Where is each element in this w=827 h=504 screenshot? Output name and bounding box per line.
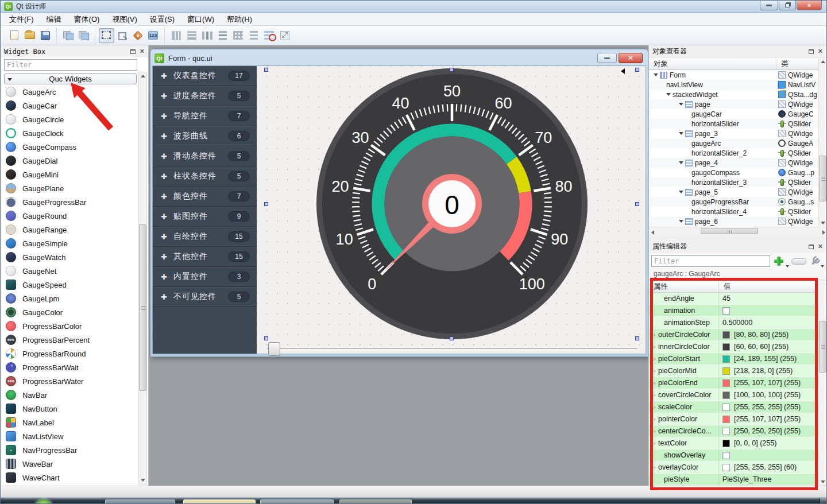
widget-item-NavListView[interactable]: NavListView	[1, 429, 148, 443]
selection-handle[interactable]	[264, 202, 268, 206]
nav-item-波形曲线[interactable]: ✚波形曲线6	[153, 126, 257, 146]
break-layout-button[interactable]	[261, 28, 277, 43]
widget-item-GaugeClock[interactable]: GaugeClock	[1, 126, 148, 140]
scroll-up-icon[interactable]	[139, 72, 146, 80]
nav-item-进度条控件[interactable]: ✚进度条控件5	[153, 86, 257, 106]
widget-item-GaugeSpeed[interactable]: GaugeSpeed	[1, 278, 148, 292]
adjust-size-button[interactable]	[277, 28, 292, 43]
remove-dynamic-property-button[interactable]	[791, 258, 806, 265]
layout-vertical-button[interactable]	[184, 28, 199, 43]
tree-row-navListView[interactable]: navListViewNavListV	[649, 80, 826, 90]
checkbox-unchecked[interactable]	[722, 307, 730, 315]
float-dock-icon[interactable]	[130, 49, 136, 54]
tree-row-horizontalSlider[interactable]: horizontalSliderQSlider	[649, 119, 826, 129]
widget-item-GaugeArc[interactable]: GaugeArc	[1, 85, 148, 99]
widget-item-GaugeDial[interactable]: GaugeDial	[1, 154, 148, 168]
form-minimize-button[interactable]	[597, 53, 617, 63]
property-row-centerCircleCo[interactable]: ▷centerCircleCo...[250, 250, 250] (255)	[649, 425, 826, 437]
nav-item-仪表盘控件[interactable]: ✚仪表盘控件17	[153, 66, 257, 86]
widget-item-NavProgressBar[interactable]: +NavProgressBar	[1, 443, 148, 457]
close-button[interactable]: ×	[797, 1, 822, 10]
inspector-vscrollbar[interactable]	[818, 58, 826, 227]
taskbar-button[interactable]	[105, 499, 175, 504]
scrollbar-thumb[interactable]	[701, 228, 758, 234]
nav-item-内置控件[interactable]: ✚内置控件3	[153, 267, 257, 287]
property-value[interactable]: 0.500000	[722, 319, 752, 327]
scroll-down-icon[interactable]	[139, 476, 146, 484]
slider-groove[interactable]	[267, 348, 637, 350]
menu-item-帮助H[interactable]: 帮助(H)	[221, 13, 258, 26]
taskbar-button[interactable]	[339, 499, 412, 504]
inspector-hscrollbar[interactable]	[649, 227, 826, 235]
nav-item-贴图控件[interactable]: ✚贴图控件9	[153, 207, 257, 227]
form-close-button[interactable]: ✕	[619, 53, 643, 63]
layout-v-splitter-button[interactable]	[215, 28, 230, 43]
widget-list-scrollbar[interactable]	[138, 72, 147, 484]
property-value[interactable]: [255, 107, 107] (255)	[734, 415, 801, 423]
column-value[interactable]: 值	[719, 282, 826, 292]
tree-row-gaugeCompass[interactable]: gaugeCompassGaug...p	[649, 168, 826, 177]
slider-handle[interactable]	[268, 342, 280, 356]
widget-item-GaugeSimple[interactable]: GaugeSimple	[1, 237, 148, 250]
nav-item-其他控件[interactable]: ✚其他控件15	[153, 247, 257, 267]
float-dock-icon[interactable]	[809, 49, 814, 54]
tree-row-horizontalSlider_3[interactable]: horizontalSlider_3QSlider	[649, 177, 826, 187]
widget-item-GaugeRound[interactable]: GaugeRound	[1, 209, 148, 223]
selection-handle[interactable]	[450, 336, 454, 340]
expander-icon[interactable]: ▷	[652, 428, 658, 434]
expander-icon[interactable]: ▷	[652, 416, 658, 422]
menu-item-文件F[interactable]: 文件(F)	[3, 13, 40, 26]
widget-item-GaugePlane[interactable]: GaugePlane	[1, 181, 148, 195]
category-quc-widgets[interactable]: Quc Widgets	[4, 73, 137, 84]
expander-icon[interactable]: ▷	[652, 404, 658, 410]
copy-front-button[interactable]	[76, 28, 91, 43]
widget-item-ProgressBarWait[interactable]: ProgressBarWait	[1, 360, 148, 374]
gauge-widget[interactable]: 01020304050607080901000	[316, 68, 588, 340]
selection-handle[interactable]	[635, 202, 639, 206]
layout-grid-button[interactable]	[230, 28, 246, 43]
property-value[interactable]: [250, 250, 250] (255)	[734, 427, 801, 435]
widget-item-GaugeWatch[interactable]: GaugeWatch	[1, 250, 148, 264]
tree-row-page_4[interactable]: page_4QWidge	[649, 158, 826, 168]
nav-item-不可见控件[interactable]: ✚不可见控件5	[153, 287, 257, 307]
property-value[interactable]: [24, 189, 155] (255)	[734, 355, 797, 363]
tree-row-page[interactable]: pageQWidge	[649, 99, 826, 109]
widget-item-WaveChart[interactable]: WaveChart	[1, 471, 148, 484]
property-value[interactable]: [218, 218, 0] (255)	[734, 367, 793, 375]
widget-item-GaugeLpm[interactable]: GaugeLpm	[1, 292, 148, 305]
widget-item-GaugeCompass[interactable]: GaugeCompass	[1, 140, 148, 154]
open-form-button[interactable]	[22, 28, 37, 43]
widget-item-GaugeRange[interactable]: GaugeRange	[1, 223, 148, 237]
tree-row-horizontalSlider_2[interactable]: horizontalSlider_2QSlider	[649, 148, 826, 158]
show-desktop-button[interactable]	[820, 498, 826, 504]
property-value[interactable]: [80, 80, 80] (255)	[734, 331, 789, 339]
property-row-scaleColor[interactable]: ▷scaleColor[255, 255, 255] (255)	[649, 401, 826, 413]
expander-icon[interactable]	[679, 161, 683, 164]
widget-item-GaugeColor[interactable]: GaugeColor	[1, 305, 148, 319]
property-row-pieColorEnd[interactable]: ▷pieColorEnd[255, 107, 107] (255)	[649, 377, 826, 389]
property-row-textColor[interactable]: ▷textColor[0, 0, 0] (255)	[649, 437, 826, 449]
property-row-pieColorMid[interactable]: ▷pieColorMid[218, 218, 0] (255)	[649, 365, 826, 377]
close-dock-icon[interactable]: ✕	[140, 48, 145, 55]
close-dock-icon[interactable]: ✕	[818, 48, 823, 55]
new-form-button[interactable]	[6, 28, 22, 43]
property-value[interactable]: [255, 255, 255] (60)	[734, 463, 797, 471]
widget-item-ProgressBarRound[interactable]: ProgressBarRound	[1, 347, 148, 360]
minimize-button[interactable]	[760, 1, 778, 10]
scrollbar-thumb[interactable]	[819, 156, 826, 201]
copy-back-button[interactable]	[60, 28, 76, 43]
nav-item-颜色控件[interactable]: ✚颜色控件7	[153, 187, 257, 207]
expander-icon[interactable]	[666, 93, 671, 96]
expander-icon[interactable]: ▷	[652, 356, 658, 362]
column-object[interactable]: 对象	[649, 59, 776, 69]
edit-widgets-button[interactable]	[99, 28, 114, 43]
tree-row-gaugeCar[interactable]: gaugeCarGaugeC	[649, 109, 826, 119]
widget-item-NavButton[interactable]: NavButton	[1, 402, 148, 416]
tree-row-page_3[interactable]: page_3QWidge	[649, 129, 826, 138]
edit-buddies-button[interactable]	[130, 28, 145, 43]
expander-icon[interactable]: ▷	[652, 344, 658, 350]
expander-icon[interactable]	[654, 73, 658, 76]
selection-handle[interactable]	[450, 68, 454, 72]
expander-icon[interactable]: ▷	[652, 368, 658, 374]
property-value[interactable]: 45	[722, 294, 731, 303]
